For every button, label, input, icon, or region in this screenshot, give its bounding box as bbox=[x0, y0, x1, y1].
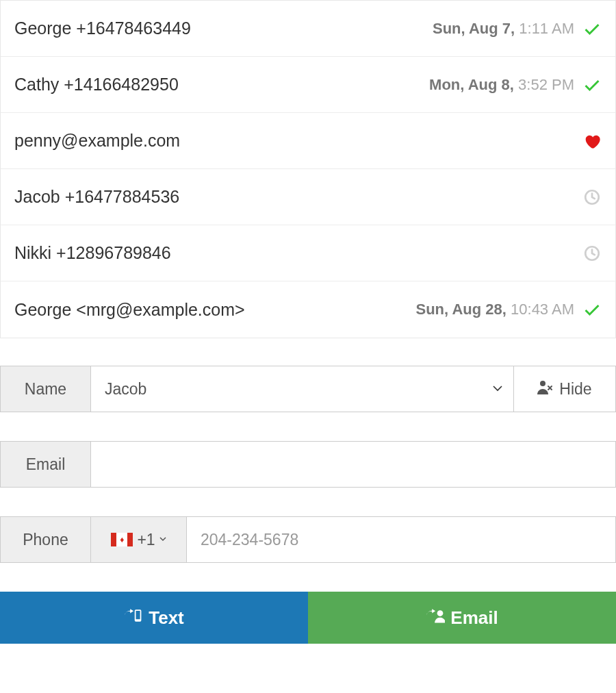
svg-point-5 bbox=[437, 610, 444, 616]
phone-field-row: Phone ♦ +1 bbox=[0, 516, 616, 563]
user-x-icon bbox=[537, 379, 554, 399]
phone-input[interactable] bbox=[187, 517, 615, 562]
contact-label: penny@example.com bbox=[14, 131, 582, 151]
check-icon bbox=[582, 75, 602, 94]
contact-label: Cathy +14166482950 bbox=[14, 75, 429, 94]
country-code-selector[interactable]: ♦ +1 bbox=[91, 517, 187, 562]
canada-flag-icon: ♦ bbox=[111, 533, 133, 546]
email-input[interactable] bbox=[91, 442, 615, 487]
list-item[interactable]: Cathy +14166482950 Mon, Aug 8, 3:52 PM bbox=[1, 57, 615, 113]
phone-label: Phone bbox=[1, 517, 91, 562]
chevron-down-icon bbox=[493, 383, 502, 395]
country-code: +1 bbox=[137, 531, 155, 549]
contact-label: George <mrg@example.com> bbox=[14, 300, 416, 320]
list-item[interactable]: George +16478463449 Sun, Aug 7, 1:11 AM bbox=[1, 1, 615, 57]
email-button[interactable]: Email bbox=[308, 592, 616, 644]
clock-icon bbox=[582, 188, 602, 207]
list-item[interactable]: penny@example.com bbox=[1, 113, 615, 169]
contact-date: Sun, Aug 28, 10:43 AM bbox=[416, 301, 575, 318]
contact-label: George +16478463449 bbox=[14, 18, 433, 38]
chevron-down-icon bbox=[159, 537, 166, 542]
clock-icon bbox=[582, 244, 602, 263]
name-label: Name bbox=[1, 366, 91, 412]
svg-point-2 bbox=[540, 381, 546, 386]
check-icon bbox=[582, 19, 602, 38]
name-select[interactable] bbox=[91, 366, 514, 412]
check-icon bbox=[582, 300, 602, 319]
contact-date: Mon, Aug 8, 3:52 PM bbox=[429, 76, 574, 94]
hide-button-label: Hide bbox=[559, 380, 591, 399]
text-button-label: Text bbox=[149, 607, 184, 629]
list-item[interactable]: Nikki +12896789846 bbox=[1, 225, 615, 281]
contact-form: Name Hide Email Phone ♦ +1 bbox=[0, 366, 616, 563]
text-button[interactable]: Text bbox=[0, 592, 308, 644]
name-input[interactable] bbox=[91, 380, 513, 399]
share-user-icon bbox=[426, 606, 445, 630]
svg-rect-4 bbox=[136, 611, 140, 619]
share-phone-icon bbox=[124, 606, 143, 630]
email-field-row: Email bbox=[0, 441, 616, 488]
list-item[interactable]: Jacob +16477884536 bbox=[1, 169, 615, 225]
list-item[interactable]: George <mrg@example.com> Sun, Aug 28, 10… bbox=[1, 281, 615, 338]
email-button-label: Email bbox=[450, 607, 498, 629]
action-bar: Text Email bbox=[0, 592, 616, 644]
name-field-row: Name Hide bbox=[0, 366, 616, 412]
heart-icon bbox=[582, 131, 602, 151]
contact-label: Jacob +16477884536 bbox=[14, 187, 582, 207]
hide-button[interactable]: Hide bbox=[514, 366, 615, 412]
contact-list: George +16478463449 Sun, Aug 7, 1:11 AM … bbox=[0, 0, 616, 338]
contact-label: Nikki +12896789846 bbox=[14, 243, 582, 263]
contact-date: Sun, Aug 7, 1:11 AM bbox=[433, 20, 574, 38]
email-label: Email bbox=[1, 442, 91, 487]
